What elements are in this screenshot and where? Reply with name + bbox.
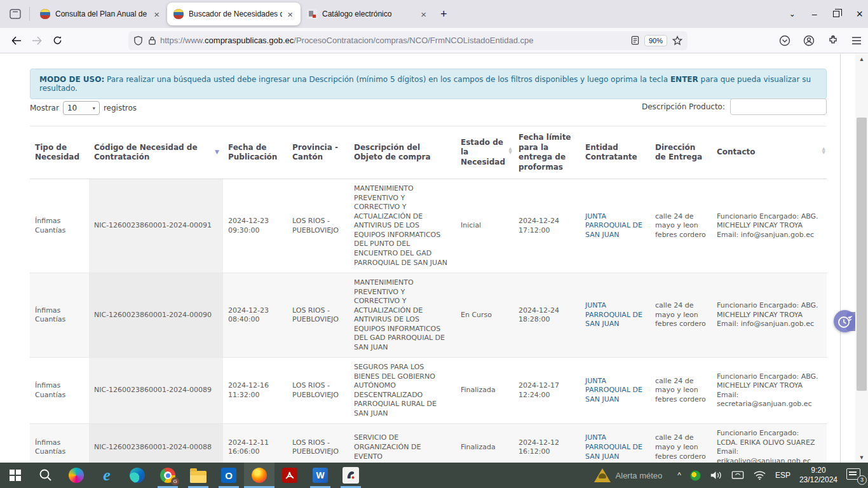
- list-all-tabs-icon[interactable]: ⌄: [789, 10, 796, 18]
- url-text: https://www.compraspublicas.gob.ec/Proce…: [160, 36, 631, 45]
- cell-descripcion: SERVICIO DE ORGANIZACIÓN DE EVENTO: [349, 424, 456, 463]
- tab-close-icon[interactable]: ×: [153, 9, 161, 20]
- notification-center-button[interactable]: 3: [846, 468, 863, 482]
- firefox-view-button[interactable]: [5, 4, 25, 24]
- tab-buscador-necesidades[interactable]: Buscador de Necesidades de Co ×: [167, 3, 301, 25]
- taskbar-java-app-button[interactable]: [336, 463, 366, 488]
- col-header-descripcion[interactable]: Descripción del Objeto de compra: [349, 126, 456, 179]
- internet-explorer-icon: e: [103, 468, 111, 483]
- bookmark-star-icon[interactable]: [672, 36, 682, 46]
- chrome-profile-badge: G: [171, 477, 179, 485]
- notification-count-badge: 3: [857, 475, 867, 485]
- cell-fecha-limite: 2024-12-17 12:24:00: [513, 358, 580, 424]
- cell-tipo: Ínfimas Cuantías: [30, 424, 89, 463]
- col-header-tipo[interactable]: Tipo de Necesidad: [30, 126, 89, 179]
- wifi-icon[interactable]: [753, 470, 766, 480]
- taskbar-edge-button[interactable]: [122, 463, 153, 488]
- extensions-icon[interactable]: [827, 35, 839, 46]
- tab-consulta-plan-anual[interactable]: Consulta del Plan Anual de Con ×: [34, 3, 167, 25]
- language-indicator[interactable]: ESP: [775, 471, 790, 480]
- records-per-page-select[interactable]: 10 ▾: [63, 101, 100, 115]
- tray-expand-icon[interactable]: ^: [677, 471, 681, 480]
- col-header-fecha-limite[interactable]: Fecha límite para la entrega de proforma…: [513, 126, 580, 179]
- clock-widget[interactable]: 9:20 23/12/2024: [799, 466, 837, 485]
- sort-desc-icon: ▼: [215, 149, 219, 156]
- taskbar-file-explorer-button[interactable]: [183, 463, 214, 488]
- system-tray: Alerta méteo ^ ESP 9:20 23/12/2024 3: [594, 463, 868, 488]
- cell-fecha-publicacion: 2024-12-23 09:30:00: [223, 179, 287, 273]
- copilot-icon: [69, 468, 84, 483]
- scrollbar-thumb[interactable]: [857, 118, 867, 391]
- window-minimize-button[interactable]: –: [812, 9, 817, 19]
- cell-direccion: calle 24 de mayo y leon febres cordero: [650, 273, 712, 358]
- entidad-contratante-link[interactable]: JUNTA PARROQUIAL DE SAN JUAN: [585, 301, 642, 328]
- connect-display-icon[interactable]: [731, 470, 744, 480]
- new-tab-button[interactable]: +: [434, 8, 454, 21]
- entidad-contratante-link[interactable]: JUNTA PARROQUIAL DE SAN JUAN: [585, 433, 642, 460]
- taskbar-internet-explorer-button[interactable]: e: [92, 463, 122, 488]
- clock-wing-icon[interactable]: [834, 310, 855, 332]
- start-button[interactable]: [0, 463, 31, 488]
- entidad-contratante-link[interactable]: JUNTA PARROQUIAL DE SAN JUAN: [585, 377, 642, 403]
- window-restore-button[interactable]: [833, 11, 839, 17]
- col-header-contacto[interactable]: Contacto▲▼: [712, 126, 827, 179]
- cell-direccion: calle 24 de mayo y leon febres cordero: [650, 424, 712, 463]
- taskbar-firefox-button[interactable]: [244, 463, 275, 488]
- taskbar-chrome-button[interactable]: G: [153, 463, 183, 488]
- scroll-up-icon[interactable]: ▲: [855, 54, 868, 64]
- sort-icons: ▲▼: [509, 147, 512, 154]
- cell-codigo: NIC-1260023860001-2024-00090: [89, 273, 223, 358]
- outlook-icon: O: [221, 468, 236, 483]
- account-icon[interactable]: [803, 35, 815, 46]
- floating-clock-widget[interactable]: [834, 310, 855, 333]
- browser-nav-toolbar: https://www.compraspublicas.gob.ec/Proce…: [0, 28, 868, 53]
- tab-close-icon[interactable]: ×: [419, 9, 428, 20]
- table-controls: Mostrar 10 ▾ registros Descripción Produ…: [30, 97, 827, 119]
- cell-contacto: Funcionario Encargado: ABG. MICHELLY PIN…: [712, 179, 827, 273]
- col-header-provincia[interactable]: Provincia - Cantón: [287, 126, 349, 179]
- acrobat-icon: [282, 468, 297, 483]
- taskbar-outlook-button[interactable]: O: [214, 463, 244, 488]
- show-label: Mostrar: [30, 104, 59, 112]
- taskbar-search-button[interactable]: [31, 463, 61, 488]
- cell-tipo: Ínfimas Cuantías: [30, 179, 89, 273]
- scroll-down-icon[interactable]: ▼: [855, 452, 868, 463]
- cell-descripcion: SEGUROS PARA LOS BIENES DEL GOBIERNO AUT…: [349, 358, 456, 424]
- taskbar-word-button[interactable]: W: [305, 463, 336, 488]
- table-row: Ínfimas CuantíasNIC-1260023860001-2024-0…: [30, 424, 827, 463]
- col-header-entidad[interactable]: Entidad Contratante: [580, 126, 650, 179]
- pocket-icon[interactable]: [779, 35, 790, 46]
- cell-codigo: NIC-1260023860001-2024-00089: [89, 358, 223, 424]
- cell-fecha-publicacion: 2024-12-23 08:40:00: [223, 273, 287, 358]
- zoom-level-badge[interactable]: 90%: [644, 35, 667, 46]
- entidad-contratante-link[interactable]: JUNTA PARROQUIAL DE SAN JUAN: [585, 212, 642, 239]
- reader-mode-icon[interactable]: [631, 36, 639, 45]
- col-header-fecha-publicacion[interactable]: Fecha de Publicación: [223, 126, 287, 179]
- taskbar-copilot-button[interactable]: [61, 463, 92, 488]
- back-button[interactable]: [6, 32, 27, 50]
- window-close-button[interactable]: ×: [856, 8, 863, 21]
- volume-icon[interactable]: [710, 470, 722, 481]
- tab-title: Catálogo electrónico: [322, 10, 416, 18]
- tab-catalogo-electronico[interactable]: Catálogo electrónico ×: [301, 3, 434, 25]
- banner-label: MODO DE USO:: [39, 75, 104, 84]
- col-header-direccion[interactable]: Dirección de Entrega: [650, 126, 712, 179]
- product-description-input[interactable]: [730, 98, 827, 115]
- weather-alert-widget[interactable]: Alerta méteo: [594, 468, 663, 482]
- forward-button[interactable]: [27, 32, 47, 50]
- cell-tipo: Ínfimas Cuantías: [30, 273, 89, 358]
- records-label: registros: [104, 104, 137, 112]
- page-scrollbar[interactable]: ▲ ▼: [855, 54, 868, 463]
- url-bar[interactable]: https://www.compraspublicas.gob.ec/Proce…: [128, 31, 688, 50]
- tab-close-icon[interactable]: ×: [286, 9, 294, 20]
- cell-contacto: Funcionario Encargado: ABG. MICHELLY PIN…: [712, 273, 827, 358]
- table-row: Ínfimas CuantíasNIC-1260023860001-2024-0…: [30, 273, 827, 358]
- col-header-estado[interactable]: Estado de la Necesidad▲▼: [456, 126, 513, 179]
- filter-label: Descripción Producto:: [642, 102, 725, 111]
- col-header-codigo[interactable]: Código de Necesidad de Contratación▼: [89, 126, 223, 179]
- contact-email: Email: secretaria@sanjuan.gob.ec: [717, 391, 822, 409]
- antivirus-tray-icon[interactable]: [690, 470, 701, 481]
- reload-button[interactable]: [47, 32, 67, 50]
- menu-hamburger-icon[interactable]: [851, 36, 862, 45]
- taskbar-acrobat-button[interactable]: [275, 463, 305, 488]
